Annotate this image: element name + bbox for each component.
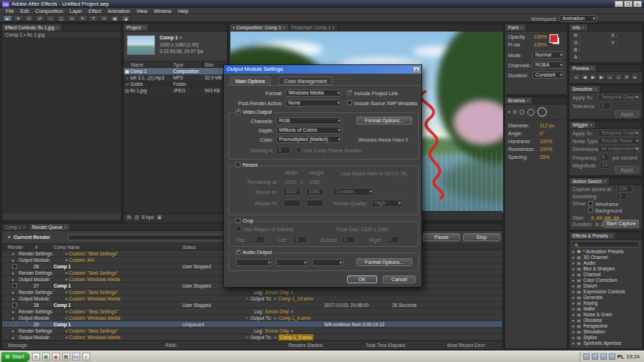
color-dropdown[interactable]: Premultiplied (Matted)▾: [276, 136, 342, 143]
use-roi-checkbox[interactable]: [236, 226, 241, 231]
audio-icon[interactable]: ♪: [615, 74, 623, 80]
foreground-color-swatch[interactable]: [550, 34, 558, 43]
last-frame-icon[interactable]: »: [606, 74, 614, 80]
wiggler-apply-button[interactable]: Apply: [615, 166, 639, 173]
format-dropdown[interactable]: Windows Media▾: [286, 89, 341, 97]
quicklaunch-icon[interactable]: ◉: [52, 353, 60, 361]
twirl-icon[interactable]: ▸: [572, 341, 575, 346]
play-icon[interactable]: ▶: [590, 74, 597, 80]
fx-category[interactable]: ▸Distort: [570, 283, 642, 289]
audio-channels-dropdown[interactable]: ▾: [312, 259, 343, 266]
twirl-icon[interactable]: ▸: [12, 308, 14, 315]
log-dropdown[interactable]: Errors Only: [265, 328, 289, 334]
audio-format-options-button[interactable]: Format Options...: [356, 258, 412, 266]
interpret-footage-icon[interactable]: ▤: [127, 215, 132, 220]
output-module-link[interactable]: ▾ Custom: Windows Media: [65, 295, 120, 302]
twirl-icon[interactable]: ▸: [572, 312, 575, 318]
brush-preset-selected[interactable]: [537, 107, 547, 117]
background-checkbox[interactable]: [588, 207, 593, 212]
twirl-icon[interactable]: ▸: [12, 289, 14, 295]
column-number[interactable]: #: [35, 244, 38, 250]
video-output-checkbox[interactable]: [235, 109, 240, 114]
twirl-icon[interactable]: ▸: [572, 278, 575, 283]
selection-tool-icon[interactable]: ▶: [3, 15, 12, 21]
lock-aspect-checkbox[interactable]: [333, 170, 338, 175]
smoother-tolerance-field[interactable]: 1: [600, 102, 611, 109]
twirl-icon[interactable]: ▸: [12, 270, 14, 276]
depth-dropdown[interactable]: Millions of Colors▾: [276, 127, 342, 134]
zoom-tool-icon[interactable]: ⊙: [24, 15, 34, 21]
column-comp-name[interactable]: Comp Name: [54, 244, 79, 250]
new-folder-icon[interactable]: ▥: [135, 215, 140, 220]
start-button[interactable]: ⊞Start: [1, 352, 30, 362]
mode-dropdown[interactable]: Normal▾: [532, 52, 564, 59]
wireframe-checkbox[interactable]: [588, 201, 593, 206]
twirl-icon[interactable]: ▸: [12, 276, 14, 283]
render-settings-link[interactable]: ▾ Custom: "Best Settings": [65, 328, 118, 334]
crop-bottom-field[interactable]: 0: [342, 236, 355, 243]
output-module-link[interactable]: ▾ Custom: AVI: [65, 257, 94, 263]
column-name[interactable]: Name: [124, 62, 171, 67]
tab-info[interactable]: Info×: [570, 24, 588, 31]
menu-composition[interactable]: Composition: [32, 8, 66, 14]
capture-speed-field[interactable]: 100 %: [617, 185, 633, 192]
effects-search-input[interactable]: [572, 241, 640, 248]
project-row-comp1[interactable]: ▦ Comp 1 Composition: [124, 68, 227, 74]
menu-edit[interactable]: Edit: [17, 8, 31, 14]
ram-preview-icon[interactable]: ▸: [631, 74, 639, 80]
diameter-value[interactable]: 112 px: [540, 123, 555, 128]
audio-output-checkbox[interactable]: [235, 250, 240, 255]
project-row-mp3[interactable]: ♪ set 3.1...(1).mp3 MP3 32,9 MB: [124, 74, 227, 81]
tab-flowchart[interactable]: Flowchart: Comp 1×: [289, 24, 338, 31]
fx-category[interactable]: ▸Obsolete: [570, 318, 642, 323]
output-filename-link[interactable]: Comp 1_4.wmv: [278, 315, 311, 321]
project-row-jpg[interactable]: ▨ flo 1.jpg JPEG 993 KB: [124, 87, 227, 94]
comp-thumbnail[interactable]: [127, 35, 155, 55]
resize-percent-width-field[interactable]: [283, 200, 301, 207]
twirl-icon[interactable]: ▸: [572, 295, 575, 300]
include-project-link-checkbox[interactable]: [347, 90, 352, 95]
column-status[interactable]: Status: [182, 244, 195, 250]
brush-preset[interactable]: [519, 109, 525, 114]
loop-icon[interactable]: ↺: [623, 74, 631, 80]
fx-category[interactable]: ▸Channel: [570, 272, 642, 278]
fx-category[interactable]: ▸Stylize: [570, 335, 642, 341]
quicklaunch-icon[interactable]: ♪: [82, 353, 90, 361]
twirl-icon[interactable]: ▸: [572, 335, 575, 341]
trash-icon[interactable]: ▣: [157, 215, 162, 220]
workspace-dropdown[interactable]: Animation▾: [560, 15, 597, 22]
render-checkbox[interactable]: [12, 264, 17, 269]
tab-motion-sketch[interactable]: Motion Sketch×: [570, 178, 610, 185]
render-settings-link[interactable]: ▾ Custom: "Best Settings": [65, 270, 118, 276]
tab-preview[interactable]: Preview×: [570, 65, 597, 72]
audio-rate-dropdown[interactable]: ▾: [236, 259, 272, 266]
wiggler-noise-dropdown[interactable]: Smooth Noise▾: [598, 137, 640, 145]
next-frame-icon[interactable]: ▶: [597, 74, 605, 80]
quicklaunch-icon[interactable]: Ae: [72, 353, 80, 361]
crop-right-field[interactable]: 0: [386, 236, 399, 243]
twirl-icon[interactable]: ▸: [572, 300, 575, 306]
fx-category[interactable]: ▸Simulation: [570, 329, 642, 335]
channels-dropdown[interactable]: RGBA▾: [532, 62, 564, 69]
rotate-tool-icon[interactable]: ↺: [35, 15, 44, 21]
render-settings-link[interactable]: ▾ Custom: "Best Settings": [65, 289, 118, 295]
twirl-icon[interactable]: ▸: [572, 272, 575, 278]
mask-tool-icon[interactable]: ▭: [67, 15, 77, 21]
eraser-tool-icon[interactable]: ◪: [121, 15, 130, 21]
tray-icon[interactable]: [609, 353, 615, 360]
menu-effect[interactable]: Effect: [86, 8, 104, 14]
twirl-icon[interactable]: ▸: [572, 318, 575, 323]
ok-button[interactable]: OK: [347, 275, 377, 283]
wiggler-frequency-field[interactable]: 5: [600, 154, 610, 161]
menu-layer[interactable]: Layer: [67, 8, 85, 14]
smoothing-field[interactable]: 1: [617, 192, 627, 200]
dialog-titlebar[interactable]: Output Module Settings: [224, 65, 421, 74]
menu-file[interactable]: File: [3, 8, 16, 14]
crop-top-field[interactable]: 0: [252, 236, 265, 243]
hand-tool-icon[interactable]: ✛: [14, 15, 23, 21]
twirl-icon[interactable]: ▸: [572, 255, 575, 260]
start-capture-button[interactable]: Start Capture: [603, 220, 639, 228]
menu-view[interactable]: View: [134, 8, 150, 14]
tab-render-queue[interactable]: Render Queue×: [29, 224, 70, 230]
camera-tool-icon[interactable]: ⌂: [46, 15, 55, 21]
